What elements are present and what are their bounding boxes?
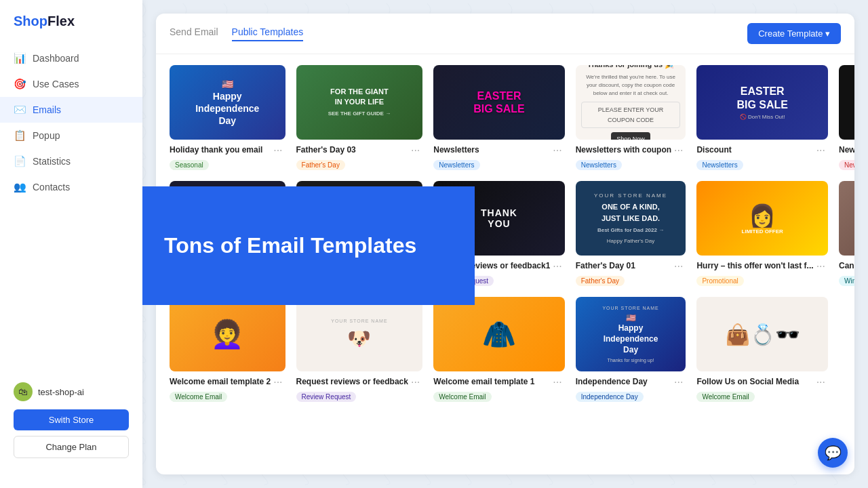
- template-name: Independence Day: [576, 377, 671, 386]
- template-name: Newsletters with coupon: [576, 145, 671, 155]
- template-badge: Father's Day: [576, 276, 625, 286]
- template-card[interactable]: YOUR STORE NAME 🇺🇸HappyIndependenceDay T…: [576, 297, 686, 402]
- template-card[interactable]: 🇺🇸HappyIndependenceDay Holiday thank you…: [170, 65, 285, 170]
- more-options-button[interactable]: ···: [550, 145, 564, 156]
- tab-send-email[interactable]: Send Email: [170, 26, 218, 41]
- template-thumbnail: 🧥: [433, 297, 564, 371]
- template-thumbnail: EASTERBIG SALE 🚫 Don't Miss Out!: [696, 65, 828, 140]
- template-name: Welcome email template 2: [170, 377, 271, 386]
- sidebar-item-label: Use Cases: [33, 79, 79, 89]
- promo-banner: Tons of Email Templates: [142, 186, 475, 305]
- template-badge: New Arrival: [839, 160, 854, 170]
- template-thumbnail: Thanks for joining us 🎉 We're thrilled t…: [576, 65, 686, 140]
- sidebar-item-dashboard[interactable]: 📊 Dashboard: [0, 45, 142, 71]
- card-header: Send Email Public Templates Create Templ…: [156, 14, 854, 54]
- template-card[interactable]: FOR THE GIANTIN YOUR LIFESEE THE GIFT GU…: [296, 65, 423, 170]
- template-card[interactable]: EASTERBIG SALE Newsletters Newsletters ·…: [433, 65, 564, 170]
- create-template-button[interactable]: Create Template ▾: [747, 23, 841, 44]
- template-name: Can we buy you a [product y...: [839, 261, 854, 270]
- template-card[interactable]: 🧥 Welcome email template 1 Welcome Email…: [433, 297, 564, 402]
- change-plan-button[interactable]: Change Plan: [14, 436, 129, 458]
- template-name: Hurry – this offer won't last f...: [696, 261, 813, 270]
- sidebar-item-label: Dashboard: [33, 53, 79, 64]
- template-thumbnail: YOUR STORE NAME 🐶: [296, 297, 423, 371]
- template-card[interactable]: YOUR STORE NAME ONE OF A KIND,JUST LIKE …: [576, 181, 686, 286]
- template-badge: Welcome Email: [433, 392, 491, 402]
- more-options-button[interactable]: ···: [271, 145, 285, 156]
- template-name: Follow Us on Social Media: [696, 377, 813, 386]
- template-name: Newsletters: [433, 145, 550, 155]
- dashboard-icon: 📊: [14, 52, 26, 64]
- sidebar-item-label: Popup: [33, 130, 60, 141]
- tabs: Send Email Public Templates: [170, 26, 303, 41]
- template-thumbnail: 👜💍🕶️: [696, 297, 828, 371]
- template-name: Discount: [696, 145, 813, 155]
- tab-public-templates[interactable]: Public Templates: [232, 26, 304, 41]
- user-avatar: 🛍: [14, 382, 33, 401]
- user-name: test-shop-ai: [38, 387, 84, 397]
- template-badge: Newsletters: [576, 160, 622, 170]
- template-card[interactable]: 👩 LIMITED OFFER Hurry – this offer won't…: [696, 181, 828, 286]
- sidebar-item-contacts[interactable]: 👥 Contacts: [0, 174, 142, 200]
- template-name: Request reviews or feedback: [296, 377, 408, 386]
- template-card[interactable]: YOUR STORE NAME 🐶 Request reviews or fee…: [296, 297, 423, 402]
- template-card[interactable]: 🐕 Can we buy you a [product y... Win-bac…: [839, 181, 854, 286]
- template-badge: Win-back: [839, 276, 854, 286]
- template-badge: Newsletters: [696, 160, 743, 170]
- template-thumbnail: 👩 LIMITED OFFER: [696, 181, 828, 256]
- sidebar-item-popup[interactable]: 📋 Popup: [0, 123, 142, 148]
- template-badge: Independence Day: [576, 392, 644, 402]
- more-options-button[interactable]: ···: [671, 145, 686, 156]
- template-card[interactable]: Tops New Arrival New Arrival ···: [839, 65, 854, 170]
- sidebar-bottom: 🛍 test-shop-ai Swith Store Change Plan: [0, 371, 142, 474]
- template-name: New Arrival: [839, 145, 854, 155]
- more-options-button[interactable]: ···: [408, 145, 422, 156]
- template-badge: Seasonal: [170, 160, 209, 170]
- template-thumbnail: EASTERBIG SALE: [433, 65, 564, 140]
- more-options-button[interactable]: ···: [271, 377, 285, 388]
- sidebar-item-label: Emails: [33, 104, 61, 115]
- template-thumbnail: Tops: [839, 65, 854, 140]
- template-thumbnail: FOR THE GIANTIN YOUR LIFESEE THE GIFT GU…: [296, 65, 423, 140]
- more-options-button[interactable]: ···: [814, 261, 828, 272]
- more-options-button[interactable]: ···: [408, 377, 422, 388]
- template-name: Welcome email template 1: [433, 377, 550, 386]
- more-options-button[interactable]: ···: [550, 377, 564, 388]
- template-thumbnail: 👩‍🦱: [170, 297, 285, 371]
- template-thumbnail: YOUR STORE NAME ONE OF A KIND,JUST LIKE …: [576, 181, 686, 256]
- app-logo: ShopFlex: [0, 14, 142, 45]
- template-card[interactable]: 👩‍🦱 Welcome email template 2 Welcome Ema…: [170, 297, 285, 402]
- template-badge: Review Request: [296, 392, 357, 402]
- template-card[interactable]: EASTERBIG SALE 🚫 Don't Miss Out! Discoun…: [696, 65, 828, 170]
- sidebar-item-emails[interactable]: ✉️ Emails: [0, 97, 142, 123]
- sidebar-item-label: Statistics: [33, 156, 71, 167]
- template-card[interactable]: Thanks for joining us 🎉 We're thrilled t…: [576, 65, 686, 170]
- template-thumbnail: 🇺🇸HappyIndependenceDay: [170, 65, 285, 140]
- popup-icon: 📋: [14, 129, 26, 142]
- template-badge: Welcome Email: [170, 392, 227, 402]
- template-thumbnail: 🐕: [839, 181, 854, 256]
- template-badge: Father's Day: [296, 160, 345, 170]
- sidebar: ShopFlex 📊 Dashboard 🎯 Use Cases ✉️ Emai…: [0, 0, 142, 488]
- emails-icon: ✉️: [14, 104, 26, 116]
- template-thumbnail: YOUR STORE NAME 🇺🇸HappyIndependenceDay T…: [576, 297, 686, 371]
- template-badge: Promotional: [696, 276, 743, 286]
- sidebar-item-use-cases[interactable]: 🎯 Use Cases: [0, 71, 142, 97]
- use-cases-icon: 🎯: [14, 78, 26, 90]
- more-options-button[interactable]: ···: [671, 377, 686, 388]
- more-options-button[interactable]: ···: [671, 261, 686, 272]
- more-options-button[interactable]: ···: [814, 377, 828, 388]
- chat-icon: 💬: [825, 445, 842, 461]
- more-options-button[interactable]: ···: [550, 261, 564, 272]
- chat-bubble[interactable]: 💬: [818, 438, 848, 468]
- sidebar-item-statistics[interactable]: 📄 Statistics: [0, 148, 142, 174]
- template-name: Holiday thank you email: [170, 145, 271, 155]
- promo-text: Tons of Email Templates: [164, 232, 416, 258]
- switch-store-button[interactable]: Swith Store: [14, 409, 129, 430]
- more-options-button[interactable]: ···: [814, 145, 828, 156]
- contacts-icon: 👥: [14, 181, 26, 193]
- template-name: Father's Day 03: [296, 145, 408, 155]
- template-card[interactable]: 👜💍🕶️ Follow Us on Social Media Welcome E…: [696, 297, 828, 402]
- template-badge: Welcome Email: [696, 392, 754, 402]
- template-name: Father's Day 01: [576, 261, 671, 270]
